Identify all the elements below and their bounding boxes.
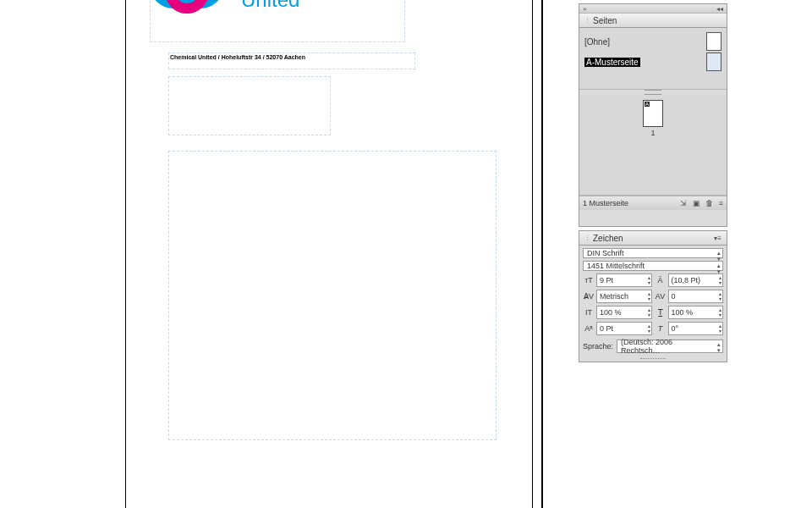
- vscale-field[interactable]: 100 % ▴▾: [596, 306, 652, 319]
- stepper-icon[interactable]: ▴▾: [719, 291, 721, 301]
- master-pages-list: [Ohne] A-Musterseite: [579, 28, 727, 90]
- logo-mark-icon: [150, 0, 231, 14]
- language-dropdown[interactable]: (Deutsch: 2006 Rechtsch… ▴▾: [617, 340, 723, 353]
- stepper-icon[interactable]: ▴▾: [719, 307, 721, 318]
- sender-line: Chemical United / Hoheluftstr 34 / 52070…: [170, 54, 305, 60]
- vscale-icon: IT: [583, 308, 595, 317]
- grip-icon: ⋮: [584, 17, 590, 24]
- vertical-divider: [541, 0, 543, 508]
- delete-page-icon[interactable]: 🗑: [705, 199, 713, 207]
- tracking-field[interactable]: 0 ▴▾: [668, 290, 724, 303]
- page-thumbnail[interactable]: A: [643, 100, 663, 127]
- pages-panel-titlebar[interactable]: × ◂◂: [579, 4, 727, 14]
- stepper-icon: ▴▾: [717, 250, 721, 262]
- master-row-none[interactable]: [Ohne]: [584, 31, 721, 52]
- link-pages-icon[interactable]: ⇲: [680, 199, 687, 207]
- pages-panel-tab[interactable]: ⋮ Seiten: [579, 14, 727, 28]
- company-logo: Chemical United: [150, 0, 327, 14]
- tracking-value: 0: [672, 292, 676, 301]
- character-panel-tab[interactable]: ⋮ Zeichen ▾≡: [579, 231, 727, 246]
- kerning-field[interactable]: Metrisch ▴▾: [596, 290, 652, 303]
- new-page-icon[interactable]: ▣: [693, 199, 700, 207]
- font-style-value: 1451 Mittelschrift: [587, 262, 645, 270]
- language-label: Sprache:: [583, 342, 613, 351]
- stepper-icon[interactable]: ▴▾: [719, 275, 721, 285]
- pages-panel-title: Seiten: [593, 16, 617, 25]
- panel-menu-icon[interactable]: ◂◂: [716, 5, 723, 13]
- font-size-value: 9 Pt: [600, 276, 613, 284]
- stepper-icon: ▴▾: [717, 262, 721, 274]
- panel-resize-grip[interactable]: [579, 356, 727, 361]
- kerning-value: Metrisch: [600, 292, 628, 301]
- font-size-field[interactable]: 9 Pt ▴▾: [596, 273, 652, 287]
- master-row-a[interactable]: A-Musterseite: [584, 52, 721, 72]
- panel-menu-icon[interactable]: ▾≡: [714, 235, 721, 242]
- hscale-field[interactable]: 100 % ▴▾: [668, 306, 724, 319]
- leading-field[interactable]: (10,8 Pt) ▴▾: [668, 273, 724, 287]
- hscale-value: 100 %: [672, 308, 694, 317]
- stepper-icon[interactable]: ▴▾: [648, 323, 650, 334]
- skew-value: 0°: [672, 324, 679, 333]
- character-panel: ⋮ Zeichen ▾≡ DIN Schrift ▴▾ 1451 Mittels…: [579, 230, 727, 362]
- kerning-icon: A̷V: [583, 292, 595, 301]
- pages-panel: × ◂◂ ⋮ Seiten [Ohne] A-Musterseite A: [579, 3, 727, 227]
- leading-icon: Ā: [655, 276, 667, 284]
- character-panel-title: Zeichen: [593, 234, 623, 243]
- stepper-icon[interactable]: ▴▾: [719, 323, 721, 334]
- stepper-icon[interactable]: ▴▾: [648, 291, 650, 301]
- document-page[interactable]: Chemical United Chemical United / Hohelu…: [125, 0, 533, 508]
- skew-field[interactable]: 0° ▴▾: [668, 322, 724, 335]
- pages-panel-statusbar: 1 Musterseite ⇲ ▣ 🗑 ≡: [579, 196, 727, 210]
- logo-word-bottom: United: [241, 0, 327, 10]
- stepper-icon[interactable]: ▴▾: [648, 307, 650, 318]
- baseline-shift-field[interactable]: 0 Pt ▴▾: [596, 322, 652, 335]
- document-canvas[interactable]: Chemical United Chemical United / Hohelu…: [0, 0, 533, 508]
- master-swatch-icon: [706, 52, 721, 71]
- body-frame-guide[interactable]: [168, 151, 497, 440]
- hscale-icon: T̲: [655, 308, 667, 317]
- master-name: A-Musterseite: [584, 58, 640, 67]
- baseline-shift-icon: Aª: [583, 324, 595, 333]
- language-value: (Deutsch: 2006 Rechtsch…: [621, 338, 710, 355]
- font-family-value: DIN Schrift: [587, 249, 624, 257]
- skew-icon: T: [655, 324, 667, 333]
- vscale-value: 100 %: [600, 308, 622, 317]
- baseline-value: 0 Pt: [600, 324, 613, 333]
- master-badge: A: [645, 102, 650, 107]
- panel-dock: × ◂◂ ⋮ Seiten [Ohne] A-Musterseite A: [548, 0, 812, 508]
- stepper-icon: ▴▾: [717, 341, 721, 353]
- pages-status-text: 1 Musterseite: [583, 199, 628, 207]
- leading-value: (10,8 Pt): [672, 276, 701, 284]
- panel-options-icon[interactable]: ≡: [719, 199, 723, 207]
- tracking-icon: AV: [655, 292, 667, 301]
- stepper-icon[interactable]: ▴▾: [648, 275, 650, 285]
- font-family-dropdown[interactable]: DIN Schrift ▴▾: [583, 248, 723, 258]
- close-icon[interactable]: ×: [583, 5, 587, 13]
- pages-thumbnail-area[interactable]: A 1: [579, 95, 727, 196]
- address-frame-guide[interactable]: [168, 76, 331, 135]
- font-size-icon: тT: [583, 276, 595, 284]
- page-number-label: 1: [650, 129, 655, 137]
- font-style-dropdown[interactable]: 1451 Mittelschrift ▴▾: [583, 261, 723, 271]
- master-swatch-icon: [706, 32, 721, 51]
- grip-icon: ⋮: [584, 235, 590, 241]
- master-name: [Ohne]: [584, 37, 610, 47]
